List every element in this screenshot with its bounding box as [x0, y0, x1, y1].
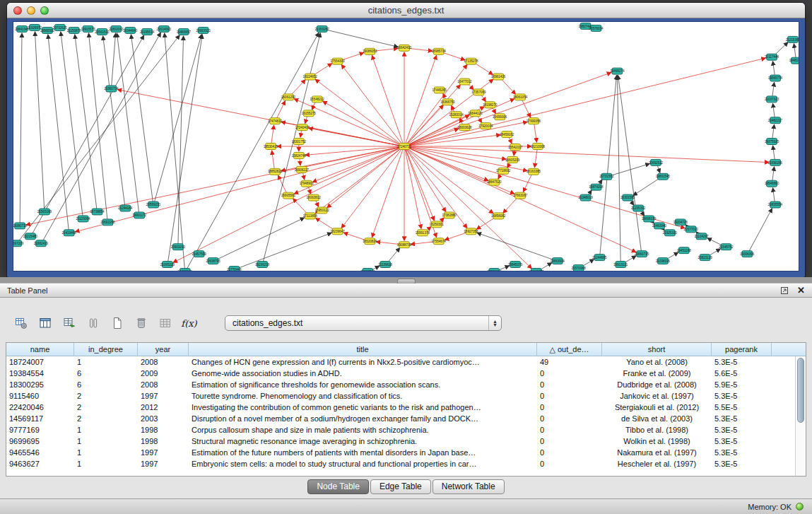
graph-edge[interactable]	[618, 76, 641, 252]
table-cell[interactable]: 1997	[138, 460, 189, 468]
show-columns-button[interactable]	[35, 314, 54, 332]
table-cell[interactable]: Franke et al. (2009)	[602, 369, 712, 378]
graph-edge[interactable]	[617, 76, 620, 262]
table-cell[interactable]: Wolkin et al. (1998)	[602, 437, 712, 445]
graph-edge[interactable]	[534, 148, 537, 168]
graph-edge[interactable]	[32, 35, 144, 235]
graph-edge[interactable]	[794, 44, 796, 59]
graph-edge[interactable]	[271, 125, 274, 144]
table-row[interactable]: 1938455462009Genome-wide association stu…	[6, 368, 795, 379]
vertical-scrollbar[interactable]	[795, 356, 806, 476]
table-cell[interactable]: 1997	[138, 392, 189, 400]
graph-edge[interactable]	[61, 32, 83, 217]
table-cell[interactable]: Corpus callosum shape and size in male p…	[189, 426, 537, 434]
table-cell[interactable]: 0	[537, 369, 602, 378]
table-cell[interactable]: 14569117	[6, 414, 74, 423]
table-row[interactable]: 969969511998Structural magnetic resonanc…	[6, 436, 795, 447]
table-cell[interactable]: 2008	[138, 380, 189, 389]
graph-edge[interactable]	[112, 33, 116, 87]
table-cell[interactable]: 2009	[138, 369, 189, 378]
function-builder-button[interactable]: f(x)	[180, 314, 199, 332]
import-table-button[interactable]	[59, 314, 78, 332]
graph-edge[interactable]	[290, 80, 305, 96]
graph-edge[interactable]	[407, 58, 765, 146]
table-cell[interactable]: de Silva et al. (2003)	[602, 414, 712, 423]
column-header-title[interactable]: title	[189, 343, 537, 356]
graph-edge[interactable]	[216, 218, 304, 260]
table-cell[interactable]: 5.3E-5	[712, 426, 772, 434]
graph-edge[interactable]	[315, 148, 402, 214]
graph-edge[interactable]	[272, 151, 275, 170]
column-header-out_de[interactable]: △ out_de…	[537, 343, 602, 356]
table-row[interactable]: 946362711997Embryonic stem cells: a mode…	[6, 458, 795, 469]
graph-edge[interactable]	[406, 148, 532, 269]
table-cell[interactable]: 0	[537, 392, 602, 400]
table-cell[interactable]: 5.5E-5	[712, 403, 772, 411]
table-mode-button[interactable]	[11, 314, 30, 332]
graph-edge[interactable]	[523, 173, 532, 192]
graph-edge[interactable]	[405, 55, 436, 144]
table-cell[interactable]: 49	[537, 358, 602, 366]
graph-edge[interactable]	[103, 36, 125, 206]
table-row[interactable]: 2242004622012Investigating the contribut…	[6, 402, 795, 413]
graph-edge[interactable]	[476, 217, 496, 229]
graph-edge[interactable]	[405, 148, 421, 229]
graph-edge[interactable]	[387, 248, 400, 263]
table-cell[interactable]: 0	[537, 380, 602, 389]
table-cell[interactable]: 2	[74, 403, 138, 411]
table-cell[interactable]: 1998	[138, 426, 189, 434]
table-cell[interactable]: Genome-wide association studies in ADHD.	[189, 369, 537, 378]
table-row[interactable]: 911546021997Tourette syndrome. Phenomeno…	[6, 390, 795, 402]
tab-node-table[interactable]: Node Table	[307, 479, 369, 494]
graph-edge[interactable]	[748, 209, 772, 252]
table-cell[interactable]: 2012	[138, 403, 189, 411]
graph-edge[interactable]	[323, 101, 402, 145]
table-cell[interactable]: 6	[74, 380, 138, 389]
graph-edge[interactable]	[237, 233, 331, 269]
table-cell[interactable]: 1	[74, 437, 138, 445]
graph-edge[interactable]	[407, 146, 769, 162]
table-row[interactable]: 1456911722003Disruption of a novel membe…	[6, 413, 795, 424]
table-cell[interactable]: Estimation of the future numbers of pati…	[189, 448, 537, 457]
table-cell[interactable]: 1997	[138, 448, 189, 457]
column-header-pagerank[interactable]: pagerank	[712, 343, 772, 356]
column-header-year[interactable]: year	[138, 343, 189, 356]
graph-edge[interactable]	[117, 33, 139, 214]
delete-table-button[interactable]	[155, 314, 175, 332]
graph-edge[interactable]	[772, 124, 775, 139]
graph-edge[interactable]	[75, 35, 97, 210]
graph-edge[interactable]	[406, 148, 493, 214]
panel-resize-grip[interactable]	[397, 279, 416, 284]
table-cell[interactable]: 9115460	[6, 392, 74, 400]
table-cell[interactable]: 0	[537, 460, 602, 468]
network-canvas[interactable]: 1724073118530425174748191606129018224652…	[13, 22, 799, 271]
graph-edge[interactable]	[316, 218, 336, 230]
column-header-name[interactable]: name	[6, 343, 74, 356]
table-cell[interactable]: 1998	[138, 437, 189, 445]
graph-edge[interactable]	[773, 188, 775, 203]
table-cell[interactable]: 0	[537, 426, 602, 434]
graph-edge[interactable]	[500, 78, 515, 95]
graph-edge[interactable]	[168, 35, 203, 262]
column-header-short[interactable]: short	[602, 343, 712, 356]
graph-edge[interactable]	[772, 82, 775, 97]
table-cell[interactable]: Estimation of significance thresholds fo…	[189, 380, 537, 389]
graph-edge[interactable]	[609, 164, 649, 176]
table-cell[interactable]: 9463627	[6, 460, 74, 468]
graph-edge[interactable]	[534, 123, 537, 142]
graph-edge[interactable]	[477, 233, 555, 260]
new-document-button[interactable]	[107, 314, 126, 332]
graph-edge[interactable]	[20, 33, 22, 223]
graph-edge[interactable]	[276, 101, 286, 119]
columns-button[interactable]	[83, 314, 102, 332]
table-cell[interactable]: Nakamura et al. (1997)	[602, 448, 712, 457]
table-cell[interactable]: 9465546	[6, 448, 74, 457]
table-cell[interactable]: 22420046	[6, 403, 74, 411]
graph-edge[interactable]	[131, 35, 153, 203]
window-titlebar[interactable]: citations_edges.txt	[7, 3, 805, 18]
table-cell[interactable]: 1	[74, 460, 138, 468]
table-row[interactable]: 977716911998Corpus callosum shape and si…	[6, 424, 795, 436]
table-cell[interactable]: 5.6E-5	[712, 369, 772, 378]
table-cell[interactable]: 2008	[138, 358, 189, 366]
graph-edge[interactable]	[325, 30, 399, 47]
